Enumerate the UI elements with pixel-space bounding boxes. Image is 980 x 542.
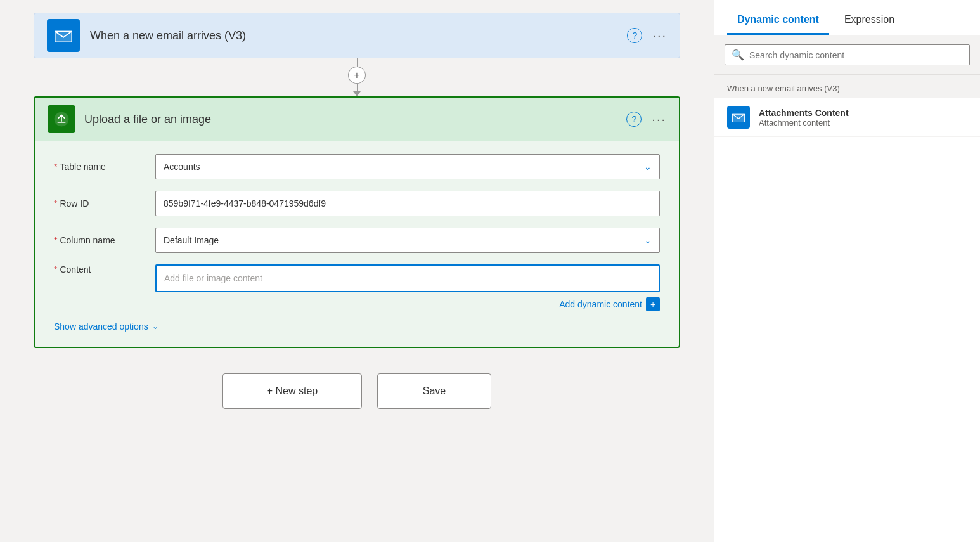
action-more-button[interactable]: ··· — [652, 112, 666, 127]
panel-item-text: Attachments Content Attachment content — [759, 108, 849, 127]
connector-line-top — [357, 58, 358, 67]
table-name-select[interactable]: Accounts ⌄ — [155, 154, 660, 179]
trigger-actions: ? ··· — [627, 28, 667, 43]
trigger-block: When a new email arrives (V3) ? ··· — [34, 13, 680, 58]
email-icon — [54, 26, 73, 45]
action-title: Upload a file or an image — [84, 113, 626, 126]
bottom-actions: + New step Save — [222, 373, 491, 409]
tab-expression[interactable]: Expression — [834, 6, 905, 35]
table-name-row: *Table name Accounts ⌄ — [54, 154, 660, 179]
panel-section-label: When a new email arrives (V3) — [714, 75, 980, 98]
list-item[interactable]: Attachments Content Attachment content — [714, 98, 980, 137]
row-id-input-wrapper[interactable] — [155, 191, 660, 216]
step-connector: + — [34, 58, 680, 96]
required-star: * — [54, 162, 57, 172]
show-advanced-button[interactable]: Show advanced options ⌄ — [54, 321, 158, 332]
column-name-row: *Column name Default Image ⌄ — [54, 228, 660, 253]
email-icon-small — [732, 110, 745, 124]
search-icon: 🔍 — [732, 49, 744, 61]
right-panel: Dynamic content Expression 🔍 When a new … — [714, 0, 980, 542]
action-icon — [48, 105, 75, 133]
panel-item-subtitle: Attachment content — [759, 118, 849, 127]
trigger-title: When a new email arrives (V3) — [90, 29, 627, 42]
action-actions: ? ··· — [626, 112, 666, 127]
svg-rect-2 — [732, 113, 744, 122]
required-star-2: * — [54, 198, 57, 209]
required-star-4: * — [54, 264, 57, 274]
panel-search-area: 🔍 — [714, 35, 980, 75]
content-input[interactable]: Add file or image content — [155, 264, 660, 292]
column-name-select[interactable]: Default Image ⌄ — [155, 228, 660, 253]
row-id-row: *Row ID — [54, 191, 660, 216]
action-block: Upload a file or an image ? ··· *Table n… — [34, 96, 680, 348]
email-attachment-icon — [727, 106, 750, 129]
content-row: *Content Add file or image content — [54, 264, 660, 292]
connector-arrow — [353, 84, 361, 96]
add-step-button[interactable]: + — [348, 67, 366, 84]
add-dynamic-content-button[interactable]: Add dynamic content + — [559, 297, 660, 311]
chevron-down-icon: ⌄ — [152, 322, 158, 331]
search-box: 🔍 — [725, 44, 970, 65]
action-body: *Table name Accounts ⌄ *Row ID *C — [35, 141, 679, 347]
upload-icon — [53, 111, 70, 127]
save-button[interactable]: Save — [377, 373, 491, 409]
column-name-label: *Column name — [54, 235, 155, 245]
action-help-button[interactable]: ? — [626, 112, 642, 127]
connector-line-bottom — [357, 84, 358, 91]
arrow-down-icon — [353, 91, 361, 96]
trigger-icon — [47, 19, 80, 52]
tab-dynamic-content[interactable]: Dynamic content — [727, 6, 829, 35]
required-star-3: * — [54, 235, 57, 245]
search-input[interactable] — [749, 50, 963, 60]
svg-rect-0 — [55, 30, 72, 42]
new-step-button[interactable]: + New step — [222, 373, 362, 409]
table-name-label: *Table name — [54, 162, 155, 172]
add-dynamic-row: Add dynamic content + — [54, 297, 660, 311]
row-id-label: *Row ID — [54, 198, 155, 209]
dynamic-plus-icon: + — [646, 297, 660, 311]
content-label: *Content — [54, 264, 155, 274]
table-name-chevron-icon: ⌄ — [644, 162, 652, 172]
action-header: Upload a file or an image ? ··· — [35, 98, 679, 141]
trigger-more-button[interactable]: ··· — [652, 29, 667, 43]
panel-tabs: Dynamic content Expression — [714, 0, 980, 35]
row-id-input[interactable] — [164, 198, 652, 209]
trigger-help-button[interactable]: ? — [627, 28, 642, 43]
column-name-chevron-icon: ⌄ — [644, 235, 652, 245]
main-canvas: When a new email arrives (V3) ? ··· + Up… — [0, 0, 714, 542]
panel-item-title: Attachments Content — [759, 108, 849, 118]
